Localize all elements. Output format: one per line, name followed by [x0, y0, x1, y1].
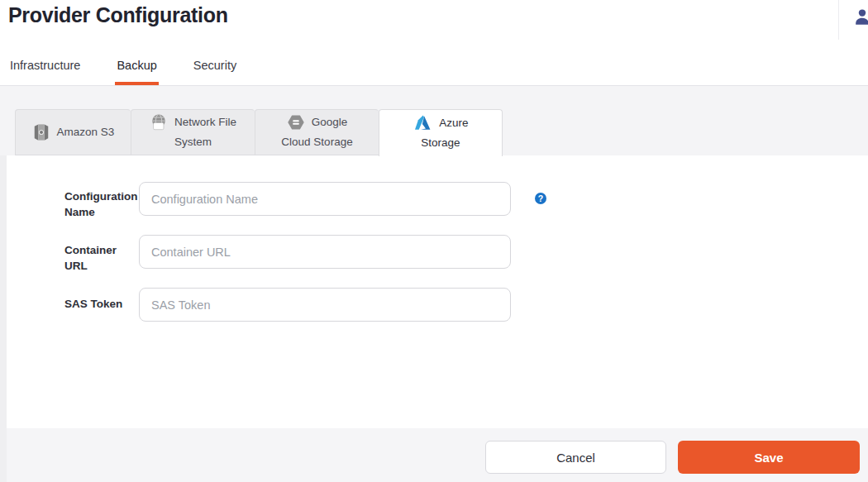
- provider-tabs: Amazon S3 Network File System: [15, 109, 503, 156]
- google-cloud-storage-icon: [287, 113, 305, 131]
- tab-label: Cloud Storage: [255, 132, 379, 152]
- sas-token-input[interactable]: [139, 288, 511, 322]
- configuration-name-label: Configuration Name: [64, 189, 134, 220]
- top-nav-tabs: Infrastructure Backup Security: [8, 59, 238, 85]
- sas-token-label: SAS Token: [64, 296, 134, 312]
- tab-network-file-system[interactable]: Network File System: [131, 109, 255, 155]
- nav-tab-infrastructure[interactable]: Infrastructure: [8, 59, 82, 85]
- tab-amazon-s3[interactable]: Amazon S3: [15, 109, 131, 155]
- container-url-input[interactable]: [139, 235, 511, 269]
- amazon-s3-icon: [32, 123, 50, 141]
- configuration-name-input[interactable]: [139, 182, 511, 216]
- provider-configuration-page: Provider Configuration Infrastructure Ba…: [0, 0, 868, 482]
- save-button[interactable]: Save: [678, 441, 860, 474]
- tab-label: System: [131, 132, 255, 152]
- nav-tab-backup[interactable]: Backup: [115, 59, 158, 85]
- nav-tab-security[interactable]: Security: [192, 59, 238, 85]
- tab-label: Azure: [439, 113, 468, 133]
- page-left-gutter: [0, 155, 7, 482]
- header-divider: [838, 0, 839, 40]
- network-file-system-icon: [150, 113, 168, 131]
- page-title: Provider Configuration: [8, 3, 228, 27]
- tab-label: Network File: [174, 112, 236, 132]
- cancel-button[interactable]: Cancel: [485, 441, 666, 474]
- tab-azure-storage[interactable]: Azure Storage: [379, 109, 503, 156]
- tab-label: Amazon S3: [57, 122, 115, 142]
- user-account-icon[interactable]: [853, 7, 868, 26]
- tab-label: Google: [312, 112, 348, 132]
- help-icon[interactable]: ?: [535, 193, 546, 204]
- tab-google-cloud-storage[interactable]: Google Cloud Storage: [255, 109, 379, 155]
- container-url-label: Container URL: [64, 242, 134, 274]
- tab-label: Storage: [379, 133, 502, 153]
- azure-storage-icon: [413, 114, 432, 132]
